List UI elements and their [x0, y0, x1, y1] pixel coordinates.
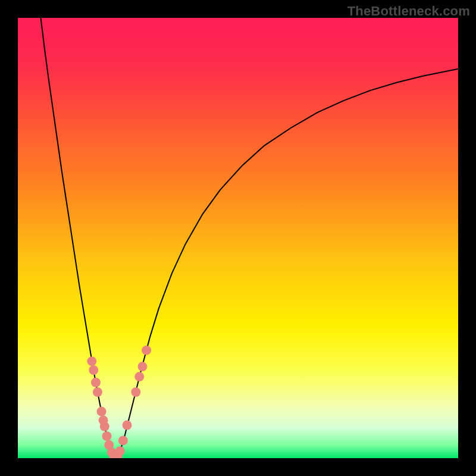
marker-point	[131, 387, 140, 397]
marker-point	[134, 372, 144, 381]
marker-point	[123, 421, 132, 430]
marker-point	[87, 356, 96, 366]
marker-point	[118, 436, 128, 445]
marker-point	[102, 431, 111, 441]
marker-point	[137, 362, 147, 371]
marker-point	[97, 407, 107, 416]
plot-area	[18, 18, 458, 458]
chart-frame: TheBottleneck.com	[0, 0, 476, 476]
marker-point	[100, 422, 109, 431]
marker-point	[142, 346, 151, 355]
watermark-text: TheBottleneck.com	[347, 4, 470, 19]
marker-point	[93, 387, 102, 397]
chart-svg	[18, 18, 458, 458]
marker-point	[115, 446, 125, 456]
marker-point	[91, 378, 101, 387]
marker-point	[89, 365, 98, 375]
